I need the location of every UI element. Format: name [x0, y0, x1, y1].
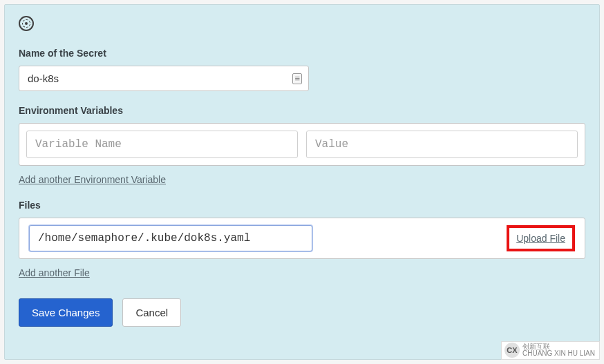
- files-container: Upload File: [19, 218, 585, 259]
- env-row: [26, 131, 578, 158]
- env-section: Environment Variables Add another Enviro…: [19, 105, 585, 186]
- watermark: CX 创新互联 CHUANG XIN HU LIAN: [501, 341, 600, 360]
- env-container: [19, 123, 585, 166]
- save-button[interactable]: Save Changes: [19, 298, 113, 327]
- files-label: Files: [19, 200, 585, 211]
- env-label: Environment Variables: [19, 105, 585, 116]
- file-path-input[interactable]: [29, 225, 312, 251]
- watermark-text: 创新互联 CHUANG XIN HU LIAN: [522, 343, 595, 358]
- upload-file-highlight-box: Upload File: [507, 225, 575, 251]
- contact-icon: ≡: [292, 73, 302, 84]
- files-section: Files Upload File Add another File: [19, 200, 585, 279]
- secret-name-input[interactable]: [19, 66, 309, 91]
- env-value-input[interactable]: [306, 131, 578, 158]
- add-file-link[interactable]: Add another File: [19, 267, 90, 278]
- watermark-line2: CHUANG XIN HU LIAN: [522, 350, 595, 358]
- name-input-wrapper: ≡: [19, 66, 309, 91]
- secret-editor-panel: Name of the Secret ≡ Environment Variabl…: [4, 4, 600, 360]
- env-name-input[interactable]: [26, 131, 298, 158]
- header-icon-wrapper: [19, 16, 585, 31]
- cancel-button[interactable]: Cancel: [122, 298, 181, 327]
- watermark-logo-icon: CX: [504, 343, 520, 358]
- upload-file-link[interactable]: Upload File: [516, 233, 565, 244]
- add-env-link[interactable]: Add another Environment Variable: [19, 174, 166, 185]
- button-row: Save Changes Cancel: [19, 298, 585, 327]
- secret-header-icon: [19, 16, 34, 31]
- name-section: Name of the Secret ≡: [19, 48, 585, 91]
- name-label: Name of the Secret: [19, 48, 585, 59]
